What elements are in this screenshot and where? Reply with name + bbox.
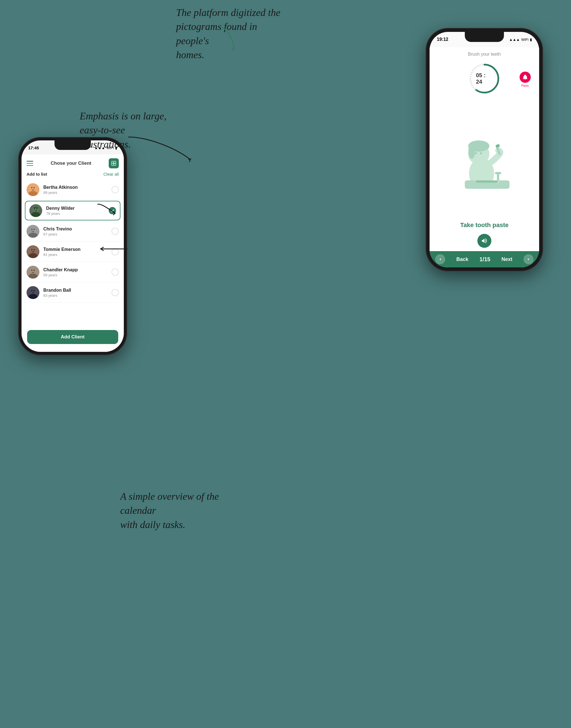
svg-point-24 <box>33 290 35 291</box>
checkbox-brandon[interactable] <box>112 289 119 296</box>
timer-circle: 05 : 24 <box>468 62 501 95</box>
app-content-left: Chose your Client Add to list Clear all <box>21 154 124 352</box>
client-item-bertha[interactable]: Bertha Atkinson 89 years <box>21 180 124 200</box>
battery-icon-right: ▮ <box>530 37 532 42</box>
status-icons-left: ▲▲▲ WiFi ▮ <box>94 146 117 150</box>
client-name-denny: Denny Wilder <box>46 206 109 211</box>
notch-right <box>465 32 504 42</box>
checkbox-chris[interactable] <box>112 227 119 235</box>
client-item-chris[interactable]: Chris Trevino 67 years <box>21 221 124 241</box>
next-button[interactable] <box>524 254 534 264</box>
notch-left <box>54 141 91 150</box>
next-label[interactable]: Next <box>501 257 512 262</box>
list-header: Add to list Clear all <box>21 171 124 179</box>
client-item-chandler[interactable]: Chandler Knapp 59 years <box>21 262 124 282</box>
svg-point-11 <box>31 229 32 230</box>
client-info-bertha: Bertha Atkinson 89 years <box>43 185 112 195</box>
svg-point-5 <box>32 206 39 212</box>
client-item-brandon[interactable]: Brandon Ball 83 years <box>21 283 124 303</box>
svg-point-7 <box>34 208 35 209</box>
checkbox-tommie[interactable] <box>112 248 119 255</box>
signal-icon: ▲▲▲ <box>94 146 105 150</box>
client-age-brandon: 83 years <box>43 293 112 297</box>
phone-left: 17:45 ▲▲▲ WiFi ▮ Chose your Client <box>18 137 127 355</box>
client-name-tommie: Tommie Emerson <box>43 247 112 252</box>
illustration-area <box>430 100 539 219</box>
svg-point-30 <box>468 143 475 159</box>
svg-point-20 <box>33 270 35 271</box>
checkbox-chandler[interactable] <box>112 269 119 276</box>
client-age-chandler: 59 years <box>43 273 112 277</box>
client-info-chris: Chris Trevino 67 years <box>43 226 112 236</box>
client-age-denny: 78 years <box>46 211 109 216</box>
hamburger-icon[interactable] <box>26 161 33 166</box>
svg-point-9 <box>30 226 36 233</box>
svg-point-13 <box>30 247 36 254</box>
app-content-right: Brush your teeth 05 : 24 <box>430 47 539 267</box>
svg-point-16 <box>33 249 35 250</box>
svg-point-2 <box>28 191 37 196</box>
panic-button[interactable]: Panic <box>520 72 531 87</box>
svg-rect-38 <box>495 172 501 174</box>
phone-right: 19:12 ▲▲▲ WiFi ▮ Brush your teeth <box>426 28 543 271</box>
svg-point-21 <box>30 288 36 294</box>
wifi-icon: WiFi <box>107 146 114 150</box>
svg-point-31 <box>475 153 477 154</box>
svg-point-17 <box>30 267 36 274</box>
svg-point-15 <box>31 249 32 250</box>
toothbrushing-illustration <box>451 129 518 190</box>
svg-point-14 <box>28 253 37 258</box>
svg-point-4 <box>33 187 35 188</box>
client-item-tommie[interactable]: Tommie Emerson 81 years <box>21 242 124 262</box>
bottom-nav: Back 1/15 Next <box>430 251 539 267</box>
client-info-chandler: Chandler Knapp 59 years <box>43 267 112 277</box>
annotation-bottom-right: A simple overview of the calendarwith da… <box>120 489 238 532</box>
back-label[interactable]: Back <box>456 257 468 262</box>
back-button[interactable] <box>435 254 445 264</box>
svg-point-23 <box>31 290 32 291</box>
client-name-chris: Chris Trevino <box>43 226 112 232</box>
progress-indicator: 1/15 <box>480 256 490 263</box>
add-client-button[interactable]: Add Client <box>27 330 118 344</box>
clear-all-button[interactable]: Clear all <box>103 172 119 176</box>
add-client-label: Add Client <box>61 334 85 340</box>
svg-point-3 <box>31 187 32 188</box>
svg-point-19 <box>31 270 32 271</box>
sound-button[interactable] <box>477 234 491 248</box>
nav-title: Chose your Client <box>50 161 91 166</box>
svg-point-18 <box>28 274 37 279</box>
add-to-list-label: Add to list <box>26 172 47 176</box>
client-list: Bertha Atkinson 89 years <box>21 179 124 338</box>
svg-rect-36 <box>476 180 498 183</box>
client-info-tommie: Tommie Emerson 81 years <box>43 247 112 257</box>
avatar-tommie <box>26 245 39 258</box>
wifi-icon-right: WiFi <box>521 37 529 42</box>
client-age-chris: 67 years <box>43 232 112 236</box>
svg-point-22 <box>28 294 37 299</box>
annotation-middle-left-text: Emphasis is on large, easy-to-seeillustr… <box>80 110 166 150</box>
avatar-bertha <box>26 183 39 196</box>
svg-point-6 <box>31 212 40 217</box>
avatar-chandler <box>26 266 39 279</box>
svg-point-10 <box>28 233 37 238</box>
status-time-left: 17:45 <box>28 146 39 150</box>
client-item-denny[interactable]: Denny Wilder 78 years <box>25 201 120 220</box>
nav-bar-left: Chose your Client <box>21 154 124 171</box>
svg-point-39 <box>497 180 499 183</box>
status-time-right: 19:12 <box>437 37 448 42</box>
sound-button-container <box>430 232 539 251</box>
client-name-bertha: Bertha Atkinson <box>43 185 112 190</box>
timer-section: 05 : 24 Panic <box>430 59 539 100</box>
svg-point-8 <box>36 208 37 209</box>
battery-icon: ▮ <box>115 146 117 150</box>
avatar-brandon <box>26 286 39 299</box>
client-age-tommie: 81 years <box>43 253 112 257</box>
nav-add-button[interactable] <box>109 158 119 168</box>
client-info-brandon: Brandon Ball 83 years <box>43 288 112 297</box>
checkbox-bertha[interactable] <box>112 186 119 193</box>
status-icons-right: ▲▲▲ WiFi ▮ <box>509 37 532 42</box>
panic-bell-icon <box>520 72 531 83</box>
annotation-top-right-text: The platform digitized thepictograms fou… <box>176 7 280 61</box>
checkbox-denny[interactable] <box>109 207 116 214</box>
panic-label: Panic <box>521 84 529 87</box>
